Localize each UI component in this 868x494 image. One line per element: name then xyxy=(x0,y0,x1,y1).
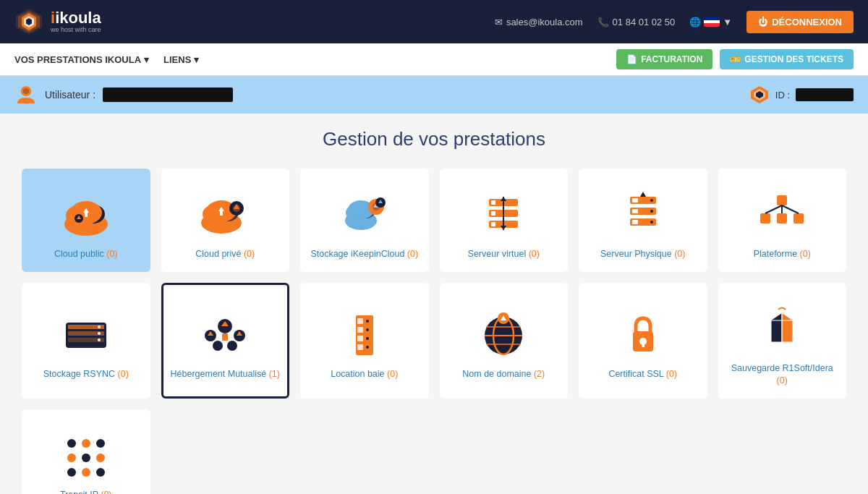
email-icon: ✉ xyxy=(495,17,503,27)
svg-point-103 xyxy=(67,468,76,477)
svg-rect-79 xyxy=(357,318,363,324)
svg-rect-82 xyxy=(357,344,363,350)
user-avatar-icon xyxy=(14,83,38,106)
service-item-hébergement-mutualisé[interactable]: Hébergement Mutualisé (1) xyxy=(161,283,290,399)
phone-contact[interactable]: 📞 01 84 01 02 50 xyxy=(597,17,676,27)
svg-point-68 xyxy=(98,338,101,341)
liens-menu[interactable]: LIENS ▾ xyxy=(163,54,199,65)
svg-line-61 xyxy=(782,205,799,213)
facturation-button[interactable]: 📄 FACTURATION xyxy=(616,49,712,69)
service-icon xyxy=(614,184,672,242)
service-label: Location baie (0) xyxy=(331,368,398,380)
svg-point-85 xyxy=(366,337,369,340)
top-navigation: iikoula we host with care ✉ sales@ikoula… xyxy=(0,0,868,43)
user-bar: Utilisateur : ID : xyxy=(0,76,868,114)
logo-text: iikoula we host with care xyxy=(51,9,101,34)
main-content: Gestion de vos prestations Cloud public … xyxy=(0,114,868,494)
service-item-plateforme[interactable]: Plateforme (0) xyxy=(718,169,847,272)
svg-rect-39 xyxy=(491,200,495,205)
svg-point-105 xyxy=(96,468,105,477)
prestations-menu[interactable]: VOS PRESTATIONS IKOULA ▾ xyxy=(14,54,149,65)
service-item-cloud-privé[interactable]: Cloud privé (0) xyxy=(161,169,290,272)
service-icon xyxy=(57,184,115,242)
email-contact[interactable]: ✉ sales@ikoula.com xyxy=(495,17,583,27)
svg-point-52 xyxy=(650,210,653,213)
service-icon xyxy=(196,184,254,242)
svg-rect-56 xyxy=(760,213,770,223)
service-item-location-baie[interactable]: Location baie (0) xyxy=(300,283,429,399)
svg-rect-77 xyxy=(222,333,228,341)
service-item-sauvegarde-r1soft/idera[interactable]: Sauvegarde R1Soft/Idera (0) xyxy=(718,283,847,399)
ikoula-small-logo xyxy=(749,85,770,105)
svg-point-99 xyxy=(96,439,105,448)
svg-rect-41 xyxy=(491,222,495,226)
svg-point-73 xyxy=(227,341,237,351)
service-label: Cloud public (0) xyxy=(54,248,118,260)
service-item-nom-de-domaine[interactable]: Nom de domaine (2) xyxy=(440,283,569,399)
svg-rect-55 xyxy=(777,195,787,205)
service-label: Serveur virtuel (0) xyxy=(468,248,540,260)
service-icon xyxy=(475,305,532,362)
svg-point-101 xyxy=(82,453,90,462)
user-bar-right: ID : xyxy=(749,85,854,105)
service-item-serveur-physique[interactable]: Serveur Physique (0) xyxy=(579,169,707,272)
service-item-stockage-rsync[interactable]: Stockage RSYNC (0) xyxy=(22,283,150,399)
service-item-serveur-virtuel[interactable]: Serveur virtuel (0) xyxy=(440,169,569,272)
services-grid-row1: Cloud public (0) Cloud privé (0) Stockag… xyxy=(22,169,846,272)
service-label: Stockage iKeepinCloud (0) xyxy=(310,248,418,260)
svg-rect-40 xyxy=(491,211,495,216)
services-grid-row2: Stockage RSYNC (0) Hébergement Mutualisé… xyxy=(22,283,846,399)
service-label: Transit IP (0) xyxy=(60,489,112,494)
file-icon: 📄 xyxy=(626,54,637,64)
service-icon xyxy=(614,305,672,362)
svg-point-66 xyxy=(98,325,101,328)
service-icon xyxy=(753,184,811,242)
svg-point-98 xyxy=(82,439,90,448)
service-label: Plateforme (0) xyxy=(754,248,811,260)
svg-rect-58 xyxy=(793,213,804,223)
service-item-transit-ip[interactable]: Transit IP (0) xyxy=(22,409,150,494)
service-icon xyxy=(57,305,115,362)
svg-point-51 xyxy=(650,199,653,202)
svg-point-67 xyxy=(98,332,101,335)
svg-point-86 xyxy=(366,346,369,349)
services-grid-row3: Transit IP (0) xyxy=(22,409,846,494)
username-redacted xyxy=(103,88,233,102)
globe-icon: 🌐 xyxy=(689,17,701,27)
svg-rect-48 xyxy=(632,198,638,203)
service-label: Serveur Physique (0) xyxy=(600,248,685,260)
userid-redacted xyxy=(796,88,854,101)
svg-point-97 xyxy=(67,439,76,448)
deconnexion-button[interactable]: ⏻ DÉCONNEXION xyxy=(746,11,854,33)
service-item-certificat-ssl[interactable]: Certificat SSL (0) xyxy=(579,283,707,399)
svg-point-104 xyxy=(82,468,90,477)
svg-rect-23 xyxy=(220,211,223,216)
svg-rect-80 xyxy=(357,327,363,333)
svg-line-59 xyxy=(765,205,782,213)
service-icon xyxy=(336,305,393,362)
user-bar-left: Utilisateur : xyxy=(14,83,233,106)
service-icon xyxy=(336,184,393,242)
svg-point-100 xyxy=(67,453,76,462)
svg-point-102 xyxy=(96,453,105,462)
logo[interactable]: iikoula we host with care xyxy=(14,7,101,36)
service-icon xyxy=(753,299,811,357)
svg-rect-50 xyxy=(632,220,638,224)
svg-rect-57 xyxy=(777,213,787,223)
service-item-cloud-public[interactable]: Cloud public (0) xyxy=(22,169,150,272)
chevron-down-icon: ▾ xyxy=(194,54,199,65)
service-icon xyxy=(57,425,115,483)
chevron-down-icon: ▾ xyxy=(144,54,149,65)
tickets-button[interactable]: 🎫 GESTION DES TICKETS xyxy=(720,49,854,69)
service-label: Cloud privé (0) xyxy=(195,248,255,260)
svg-point-26 xyxy=(233,205,240,212)
second-nav-left: VOS PRESTATIONS IKOULA ▾ LIENS ▾ xyxy=(14,54,199,65)
ticket-icon: 🎫 xyxy=(730,54,741,64)
chevron-down-icon: ▼ xyxy=(723,17,732,27)
language-selector[interactable]: 🌐 ▼ xyxy=(689,17,732,27)
phone-icon: 📞 xyxy=(597,17,609,27)
svg-point-84 xyxy=(366,328,369,331)
service-label: Certificat SSL (0) xyxy=(608,368,677,380)
service-item-stockage-ikeepincloud[interactable]: Stockage iKeepinCloud (0) xyxy=(300,169,429,272)
second-navigation: VOS PRESTATIONS IKOULA ▾ LIENS ▾ 📄 FACTU… xyxy=(0,43,868,76)
